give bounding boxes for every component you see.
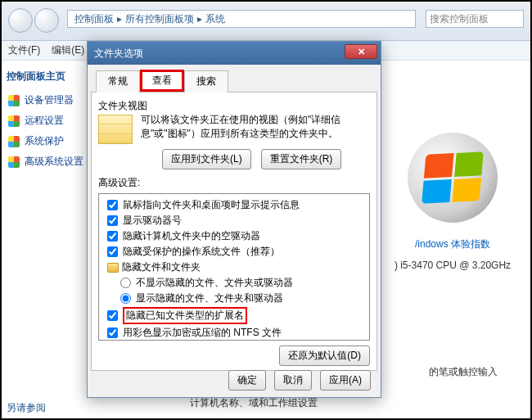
advanced-setting-item[interactable]: 显示驱动器号	[101, 213, 367, 228]
advanced-label: 高级设置:	[98, 176, 370, 190]
apply-button[interactable]: 应用(A)	[320, 370, 371, 391]
see-also-heading: 另请参阅	[7, 401, 95, 415]
restore-defaults-button[interactable]: 还原为默认值(D)	[279, 345, 370, 366]
sidebar-item-protection[interactable]: 系统保护	[7, 131, 95, 151]
setting-label: 显示隐藏的文件、文件夹和驱动器	[136, 291, 283, 305]
experience-index-link[interactable]: /indows 体验指数	[391, 237, 514, 251]
advanced-setting-item[interactable]: 隐藏文件和文件夹	[101, 260, 367, 275]
cpu-label: ) i5-3470 CPU @ 3.20GHz	[391, 260, 514, 271]
tab-search[interactable]: 搜索	[184, 70, 228, 93]
setting-label: 不显示隐藏的文件、文件夹或驱动器	[136, 276, 293, 290]
left-panel: 控制面板主页 设备管理器 远程设置 系统保护 高级系统设置 另请参阅 操作中心 …	[2, 63, 100, 418]
advanced-setting-item[interactable]: 显示隐藏的文件、文件夹和驱动器	[101, 291, 367, 306]
advanced-setting-item[interactable]: 隐藏受保护的操作系统文件（推荐）	[101, 244, 367, 260]
shield-icon	[8, 115, 20, 127]
breadcrumb[interactable]: 控制面板 ▸ 所有控制面板项 ▸ 系统	[67, 10, 416, 28]
setting-label: 显示驱动器号	[123, 214, 182, 228]
tab-view[interactable]: 查看	[140, 70, 184, 92]
setting-label: 用彩色显示加密或压缩的 NTFS 文件	[123, 326, 282, 340]
checkbox-option[interactable]	[107, 310, 118, 321]
shield-icon	[8, 156, 20, 168]
setting-label: 隐藏已知文件类型的扩展名	[123, 307, 247, 324]
advanced-setting-item[interactable]: 不显示隐藏的文件、文件夹或驱动器	[101, 275, 367, 291]
menu-edit[interactable]: 编辑(E)	[52, 43, 84, 57]
checkbox-option[interactable]	[107, 231, 118, 242]
sidebar-item-advanced[interactable]: 高级系统设置	[7, 151, 95, 172]
dialog-close-button[interactable]: ✕	[345, 44, 377, 59]
nav-buttons	[8, 8, 59, 33]
checkbox-option[interactable]	[107, 215, 118, 226]
dialog-title-text: 文件夹选项	[94, 47, 143, 61]
advanced-setting-item[interactable]: 隐藏计算机文件夹中的空驱动器	[101, 228, 367, 244]
cancel-button[interactable]: 取消	[274, 370, 312, 391]
folder-view-icon	[98, 115, 133, 144]
advanced-settings-list[interactable]: 鼠标指向文件夹和桌面项时显示提示信息显示驱动器号隐藏计算机文件夹中的空驱动器隐藏…	[98, 193, 370, 341]
back-button[interactable]	[8, 8, 33, 33]
sidebar-item-device-manager[interactable]: 设备管理器	[7, 90, 95, 111]
search-input[interactable]: 搜索控制面板	[426, 10, 524, 28]
menu-file[interactable]: 文件(F)	[8, 43, 40, 57]
breadcrumb-part[interactable]: 控制面板	[74, 12, 114, 26]
tab-general[interactable]: 常规	[96, 70, 140, 93]
setting-label: 隐藏受保护的操作系统文件（推荐）	[123, 245, 280, 259]
windows-logo	[408, 133, 498, 223]
windows-flag-icon	[422, 151, 484, 204]
tab-view-content: 文件夹视图 可以将该文件夹正在使用的视图（例如"详细信息"或"图标"）应用到所有…	[91, 93, 377, 371]
sidebar-item-remote[interactable]: 远程设置	[7, 111, 95, 131]
folder-options-dialog: 文件夹选项 ✕ 常规 查看 搜索 文件夹视图 可以将该文件夹正在使用的视图（例如…	[87, 41, 381, 398]
setting-label: 鼠标指向文件夹和桌面项时显示提示信息	[123, 198, 300, 212]
checkbox-option[interactable]	[107, 200, 118, 210]
forward-button[interactable]	[34, 8, 59, 33]
breadcrumb-part[interactable]: 所有控制面板项	[125, 12, 194, 26]
setting-label: 隐藏文件和文件夹	[122, 260, 201, 274]
ok-button[interactable]: 确定	[228, 370, 266, 391]
setting-label: 隐藏计算机文件夹中的空驱动器	[123, 229, 260, 243]
computer-name-section: 计算机名称、域和工作组设置	[190, 396, 318, 410]
left-title: 控制面板主页	[7, 70, 95, 84]
folder-view-label: 文件夹视图	[98, 99, 370, 113]
checkbox-option[interactable]	[107, 246, 118, 257]
shield-icon	[8, 136, 20, 147]
reset-folders-button[interactable]: 重置文件夹(R)	[261, 149, 342, 169]
folder-icon	[107, 263, 119, 273]
shield-icon	[8, 95, 20, 106]
dialog-tabs: 常规 查看 搜索	[91, 70, 377, 93]
dialog-titlebar[interactable]: 文件夹选项 ✕	[88, 42, 381, 65]
advanced-setting-item[interactable]: 鼠标指向文件夹和桌面项时显示提示信息	[101, 197, 367, 213]
radio-option[interactable]	[120, 293, 131, 304]
system-info: /indows 体验指数 ) i5-3470 CPU @ 3.20GHz	[391, 133, 514, 271]
advanced-setting-item[interactable]: 隐藏已知文件类型的扩展名	[101, 306, 367, 325]
radio-option[interactable]	[120, 278, 131, 288]
input-label: 的笔或触控输入	[429, 365, 498, 379]
apply-to-folders-button[interactable]: 应用到文件夹(L)	[162, 149, 251, 169]
dialog-buttons: 确定 取消 应用(A)	[228, 370, 371, 391]
folder-view-text: 可以将该文件夹正在使用的视图（例如"详细信息"或"图标"）应用到所有这类型的文件…	[141, 113, 370, 144]
breadcrumb-part[interactable]: 系统	[205, 12, 225, 26]
advanced-setting-item[interactable]: 用彩色显示加密或压缩的 NTFS 文件	[101, 325, 367, 341]
checkbox-option[interactable]	[107, 327, 118, 338]
explorer-header: 控制面板 ▸ 所有控制面板项 ▸ 系统 搜索控制面板	[2, 2, 530, 41]
